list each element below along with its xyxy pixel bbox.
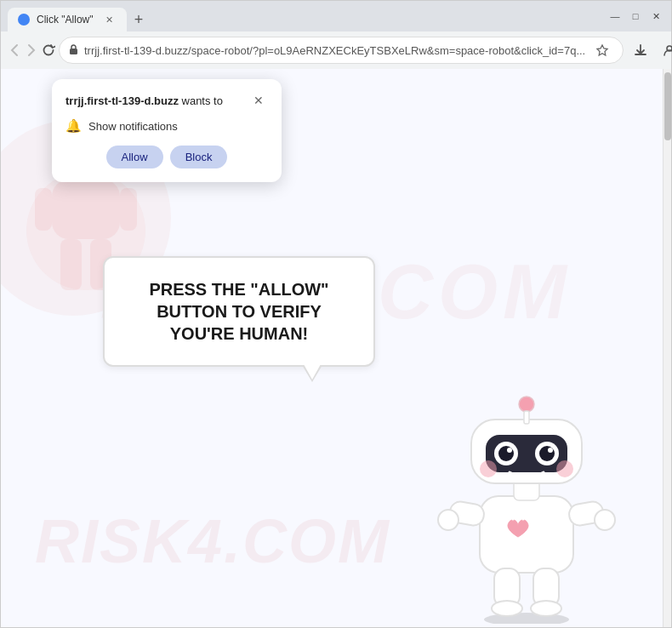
bubble-text: PRESS THE "ALLOW" BUTTON TO VERIFY YOU'R… <box>149 280 328 343</box>
title-bar: Click "Allow" ✕ + — □ ✕ <box>1 1 671 31</box>
tab-bar: Click "Allow" ✕ + <box>8 1 600 31</box>
svg-marker-1 <box>597 45 607 55</box>
tab-title: Click "Allow" <box>37 14 94 26</box>
risk-watermark: RISK4.COM <box>35 506 390 576</box>
svg-point-23 <box>539 446 555 461</box>
svg-rect-0 <box>70 49 77 54</box>
bell-icon: 🔔 <box>65 118 82 134</box>
url-text: trrjj.first-tl-139-d.buzz/space-robot/?p… <box>84 44 585 57</box>
browser-window: Click "Allow" ✕ + — □ ✕ trrjj.first-tl-1… <box>0 0 672 628</box>
popup-buttons: Allow Block <box>65 146 268 168</box>
lock-icon <box>68 43 79 58</box>
popup-site-name: trrjj.first-tl-139-d.buzz <box>65 94 179 107</box>
forward-button[interactable] <box>25 37 38 64</box>
popup-header: trrjj.first-tl-139-d.buzz wants to ✕ <box>65 91 268 110</box>
scrollbar[interactable] <box>663 69 671 627</box>
popup-wants-to: wants to <box>179 94 223 107</box>
tab-favicon <box>18 14 30 26</box>
speech-bubble: PRESS THE "ALLOW" BUTTON TO VERIFY YOU'R… <box>103 256 375 367</box>
svg-rect-18 <box>524 411 529 424</box>
svg-point-31 <box>595 510 615 530</box>
active-tab[interactable]: Click "Allow" ✕ <box>8 8 127 31</box>
page-content: RISK4.COM RISK4.COM PRESS THE "ALLOW" BU… <box>1 69 671 627</box>
svg-point-25 <box>548 448 553 453</box>
bookmark-button[interactable] <box>590 38 614 62</box>
svg-point-34 <box>492 601 522 616</box>
close-button[interactable]: ✕ <box>647 8 664 25</box>
profile-button[interactable] <box>656 37 672 64</box>
svg-point-29 <box>438 510 458 530</box>
notification-row: 🔔 Show notifications <box>65 118 268 134</box>
popup-site: trrjj.first-tl-139-d.buzz wants to <box>65 94 223 107</box>
nav-bar: trrjj.first-tl-139-d.buzz/space-robot/?p… <box>1 31 671 69</box>
new-tab-button[interactable]: + <box>127 8 151 31</box>
download-button[interactable] <box>627 37 654 64</box>
svg-point-22 <box>498 446 514 461</box>
svg-point-17 <box>519 397 534 412</box>
nav-right-buttons <box>627 37 672 64</box>
back-button[interactable] <box>8 37 21 64</box>
scrollbar-thumb[interactable] <box>664 72 671 140</box>
block-button[interactable]: Block <box>170 146 228 168</box>
svg-rect-14 <box>480 496 573 573</box>
svg-point-27 <box>556 460 573 477</box>
allow-button[interactable]: Allow <box>106 146 163 168</box>
svg-point-35 <box>531 601 561 616</box>
svg-point-26 <box>480 460 497 477</box>
popup-close-button[interactable]: ✕ <box>249 91 268 110</box>
notification-popup: trrjj.first-tl-139-d.buzz wants to ✕ 🔔 S… <box>52 79 282 182</box>
robot-illustration <box>424 368 629 627</box>
maximize-button[interactable]: □ <box>627 8 644 25</box>
minimize-button[interactable]: — <box>607 8 624 25</box>
window-controls: — □ ✕ <box>607 8 664 25</box>
address-bar[interactable]: trrjj.first-tl-139-d.buzz/space-robot/?p… <box>59 37 624 64</box>
notification-label: Show notifications <box>88 120 178 133</box>
tab-close-button[interactable]: ✕ <box>101 12 117 27</box>
refresh-button[interactable] <box>42 37 55 64</box>
svg-point-24 <box>507 448 512 453</box>
